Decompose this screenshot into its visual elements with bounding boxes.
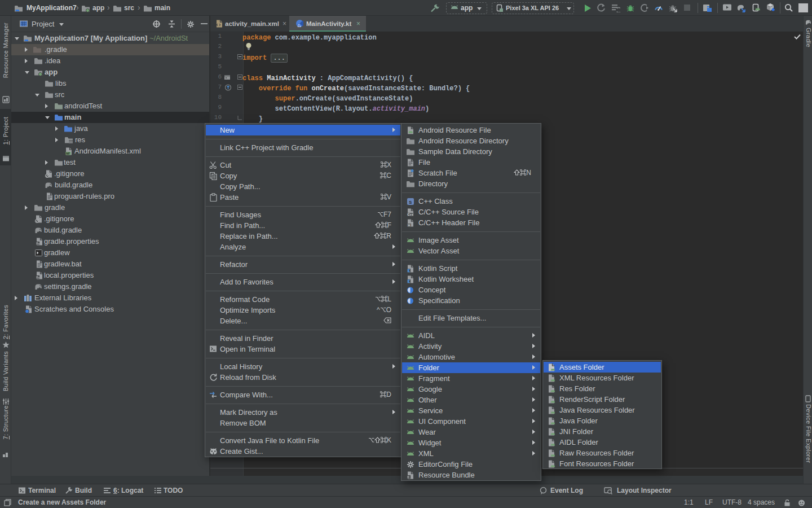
svg-text:C++: C++ — [408, 213, 413, 216]
svg-text:S: S — [409, 200, 412, 205]
svg-text:H: H — [408, 224, 411, 227]
svg-text:MF: MF — [66, 152, 70, 155]
